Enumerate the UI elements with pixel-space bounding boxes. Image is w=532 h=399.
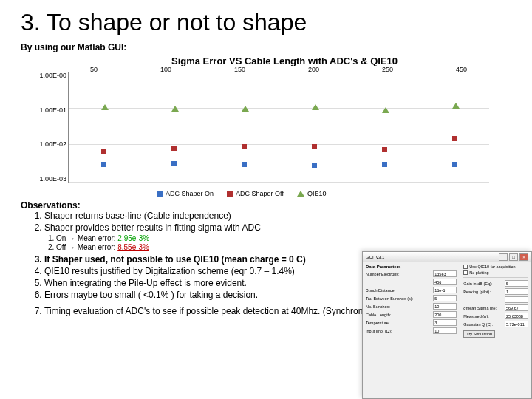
obs-subitem: On → Mean error: 2.95e-3% xyxy=(56,234,511,242)
obs-item: Shaper returns base-line (Cable independ… xyxy=(44,211,511,221)
chart-container: Sigma Error VS Cable Length with ADC's &… xyxy=(24,55,497,196)
gui-input[interactable]: 569.67 xyxy=(505,304,528,311)
gui-field-row: σmean Sigma me:569.67 xyxy=(463,304,528,311)
chart-yaxis: 1.00E-00 1.00E-01 1.00E-02 1.00E-03 xyxy=(30,72,66,183)
chart-marker xyxy=(171,146,177,151)
chart-marker xyxy=(382,147,387,152)
gui-input[interactable]: 3 xyxy=(433,319,457,326)
chart-marker xyxy=(382,107,389,113)
gui-input[interactable]: 456 xyxy=(433,279,457,285)
observations-list: Shaper returns base-line (Cable independ… xyxy=(21,211,511,233)
gui-input[interactable]: 25.63088 xyxy=(505,313,528,319)
chart-marker xyxy=(452,162,457,167)
gui-field-row: Measured (σ):25.63088 xyxy=(463,313,528,319)
gui-field-row: Cable Length:200 xyxy=(366,311,457,318)
chart-marker xyxy=(171,161,177,166)
gui-field-row xyxy=(463,296,528,303)
chart-marker xyxy=(242,144,247,149)
gui-input[interactable]: 16e-6 xyxy=(433,287,457,293)
chart-marker xyxy=(101,149,106,154)
gui-input[interactable]: 5 xyxy=(505,280,528,287)
slide-title: 3. To shape or not to shape xyxy=(21,9,511,36)
gui-field-row: Gaussian Q (C):5.72e-011 xyxy=(463,321,528,327)
gui-input[interactable]: 10 xyxy=(433,327,457,334)
gui-input[interactable]: 1 xyxy=(505,288,528,295)
gui-input[interactable]: 10 xyxy=(433,303,457,310)
chart-legend: ADC Shaper On ADC Shaper Off QIE10 xyxy=(157,190,326,197)
gui-field-row: Number Electrons:135e3 xyxy=(366,270,457,277)
chart-marker xyxy=(312,144,317,149)
close-button[interactable]: × xyxy=(519,253,528,261)
gui-checkbox[interactable]: Use QIE10 for acquisition xyxy=(463,265,528,269)
chart-marker xyxy=(452,136,457,141)
chart-plot-area xyxy=(68,72,489,183)
matlab-gui-window: GUI_v3.1 _ □ × Data Parameters Number El… xyxy=(362,251,532,399)
gui-panel-title: Data Parameters xyxy=(366,265,457,269)
chart-marker xyxy=(312,163,317,168)
gui-checkbox[interactable]: No plotting xyxy=(463,270,528,275)
gui-field-row: 456 xyxy=(366,279,457,285)
observations-sublist: On → Mean error: 2.95e-3% Off → Mean err… xyxy=(21,234,511,251)
simulate-button[interactable]: Try Simulation xyxy=(463,330,495,338)
gui-field-row: Tau Between Bunches (s):5 xyxy=(366,295,457,301)
chart-marker xyxy=(101,104,109,110)
gui-input[interactable]: 5 xyxy=(433,295,457,301)
gui-input[interactable] xyxy=(505,296,528,303)
chart-marker xyxy=(312,104,319,110)
chart-marker xyxy=(242,162,247,167)
chart-marker xyxy=(452,103,460,109)
gui-input[interactable]: 135e3 xyxy=(433,270,457,277)
chart-marker xyxy=(382,162,387,167)
gui-input[interactable]: 200 xyxy=(433,311,457,318)
subtitle: By using our Matlab GUI: xyxy=(21,42,511,52)
gui-window-title: GUI_v3.1 xyxy=(366,255,384,259)
gui-field-row: No. Bunches:10 xyxy=(366,303,457,310)
obs-item: Shaper provides better results in fittin… xyxy=(44,222,511,233)
chart-title: Sigma Error VS Cable Length with ADC's &… xyxy=(171,55,398,66)
gui-titlebar[interactable]: GUI_v3.1 _ □ × xyxy=(363,252,531,262)
chart-marker xyxy=(242,106,249,112)
gui-field-row: Input Imp. (Ω):10 xyxy=(366,327,457,334)
minimize-button[interactable]: _ xyxy=(499,253,508,261)
maximize-button[interactable]: □ xyxy=(509,253,518,261)
chart-marker xyxy=(101,162,106,167)
gui-field-row: Bunch Distance:16e-6 xyxy=(366,287,457,293)
gui-field-row: Peaking (pilot):1 xyxy=(463,288,528,295)
gui-input[interactable]: 5.72e-011 xyxy=(505,321,528,327)
chart-marker xyxy=(171,106,179,112)
observations-heading: Observations: xyxy=(21,200,511,211)
gui-field-row: Temperature:3 xyxy=(366,319,457,326)
obs-subitem: Off → Mean error: 8.55e-3% xyxy=(56,243,511,251)
gui-field-row: Gain in dB (Eq):5 xyxy=(463,280,528,287)
